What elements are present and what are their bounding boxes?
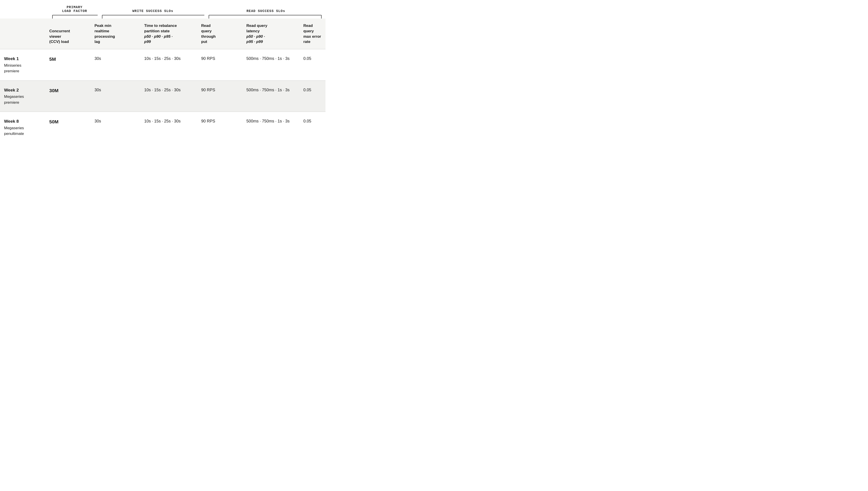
col-header-scenario [0, 19, 45, 49]
row-ccv-3: 50M [45, 112, 90, 143]
col-header-ccv: Concurrentviewer(CCV) load [45, 19, 90, 49]
row-scenario-1: Week 1 Miniseries premiere [0, 49, 45, 81]
primary-load-factor-label: PRIMARY LOAD FACTOR [52, 5, 97, 13]
read-bracket [208, 15, 324, 19]
header-row: Concurrentviewer(CCV) load Peak minrealt… [0, 19, 326, 49]
row-read-latency-3: 500ms · 750ms · 1s · 3s [242, 112, 299, 143]
col-header-peak-lag: Peak minrealtimeprocessinglag [90, 19, 140, 49]
grouping-header: PRIMARY LOAD FACTOR WRITE SUCCESS SLOs R… [0, 0, 326, 19]
week-subtitle-1: Miniseries premiere [4, 63, 41, 74]
week-label-1: Week 1 [4, 56, 41, 62]
ccv-value-1: 5M [49, 57, 56, 62]
row-rebalance-2: 10s · 15s · 25s · 30s [140, 81, 197, 112]
week-subtitle-2: Megaseries premiere [4, 94, 41, 105]
ccv-value-2: 30M [49, 88, 59, 93]
write-success-slos-group: WRITE SUCCESS SLOs [100, 9, 206, 19]
week-label-2: Week 2 [4, 87, 41, 93]
ccv-value-3: 50M [49, 119, 59, 124]
rebalance-percentiles: p50 · p90 · p95 ·p99 [144, 34, 173, 44]
read-success-slos-group: READ SUCCESS SLOs [206, 9, 326, 19]
row-max-error-rate-3: 0.05 [299, 112, 326, 143]
table-row: Week 2 Megaseries premiere 30M 30s 10s ·… [0, 81, 326, 112]
col-header-rebalance: Time to rebalancepartition state p50 · p… [140, 19, 197, 49]
table-body: Week 1 Miniseries premiere 5M 30s 10s · … [0, 49, 326, 143]
row-peak-lag-1: 30s [90, 49, 140, 81]
table-header: Concurrentviewer(CCV) load Peak minrealt… [0, 19, 326, 49]
row-max-error-rate-2: 0.05 [299, 81, 326, 112]
latency-percentiles: p50 · p90 ·p95 · p99 [246, 34, 265, 44]
col-header-read-throughput: Readquerythroughput [197, 19, 242, 49]
write-success-slos-label: WRITE SUCCESS SLOs [101, 9, 204, 13]
row-ccv-1: 5M [45, 49, 90, 81]
row-read-latency-1: 500ms · 750ms · 1s · 3s [242, 49, 299, 81]
row-read-throughput-3: 90 RPS [197, 112, 242, 143]
row-rebalance-3: 10s · 15s · 25s · 30s [140, 112, 197, 143]
row-peak-lag-2: 30s [90, 81, 140, 112]
row-scenario-3: Week 8 Megaseries penultimate [0, 112, 45, 143]
primary-load-factor-group: PRIMARY LOAD FACTOR [50, 5, 100, 19]
table-row: Week 1 Miniseries premiere 5M 30s 10s · … [0, 49, 326, 81]
read-success-slos-label: READ SUCCESS SLOs [208, 9, 324, 13]
row-ccv-2: 30M [45, 81, 90, 112]
week-label-3: Week 8 [4, 118, 41, 125]
col-header-read-latency: Read querylatency p50 · p90 ·p95 · p99 [242, 19, 299, 49]
row-rebalance-1: 10s · 15s · 25s · 30s [140, 49, 197, 81]
primary-bracket [52, 15, 97, 19]
week-subtitle-3: Megaseries penultimate [4, 125, 41, 137]
main-table: Concurrentviewer(CCV) load Peak minrealt… [0, 19, 326, 143]
row-scenario-2: Week 2 Megaseries premiere [0, 81, 45, 112]
table-row: Week 8 Megaseries penultimate 50M 30s 10… [0, 112, 326, 143]
row-read-throughput-2: 90 RPS [197, 81, 242, 112]
write-bracket [101, 15, 204, 19]
row-read-latency-2: 500ms · 750ms · 1s · 3s [242, 81, 299, 112]
row-peak-lag-3: 30s [90, 112, 140, 143]
col-header-max-error-rate: Readquerymax errorrate [299, 19, 326, 49]
row-read-throughput-1: 90 RPS [197, 49, 242, 81]
row-max-error-rate-1: 0.05 [299, 49, 326, 81]
